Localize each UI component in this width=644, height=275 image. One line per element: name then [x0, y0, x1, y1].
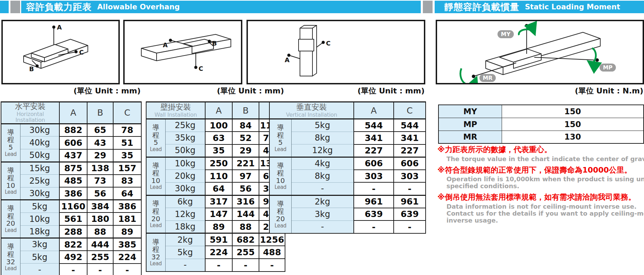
- point-label-c: C: [326, 40, 331, 47]
- table-row: 導程10Lead10kg2502211311: [146, 157, 285, 170]
- horizontal-installation-table: 水平安裝Horizontal InstallationABC導程5Lead30k…: [1, 101, 142, 275]
- weight-cell: 3kg: [291, 208, 354, 221]
- note-en-line: Data information is not for ceiling-moun…: [446, 203, 644, 210]
- weight-cell: 12kg: [165, 208, 205, 221]
- value-cell: 64: [113, 187, 141, 200]
- table-title-cell: 壁掛安裝Wall Installation: [146, 102, 205, 119]
- value-cell: 606: [354, 157, 394, 170]
- table-row: 25kg4857383: [1, 175, 141, 188]
- value-cell: 606: [59, 136, 87, 149]
- value-cell: 544: [394, 119, 426, 132]
- value-cell: 29: [232, 144, 259, 157]
- lead-cell: 導程10Lead: [1, 162, 20, 200]
- value-cell: 384: [87, 200, 113, 213]
- weight-cell: -: [291, 182, 354, 195]
- value-cell: 255: [232, 246, 259, 259]
- lead-cell: 導程32Lead: [1, 238, 20, 275]
- table-title-cell: 水平安裝Horizontal Installation: [1, 102, 59, 124]
- lead-char: 程: [277, 208, 284, 215]
- lead-label: 導程10Lead: [147, 162, 165, 190]
- value-cell: 961: [394, 195, 426, 208]
- column-header: B: [232, 102, 259, 119]
- lead-cell: 導程20Lead: [269, 195, 291, 233]
- value-cell: 89: [113, 225, 141, 238]
- wall-installation-diagram: A B C: [123, 20, 242, 84]
- value-cell: 639: [354, 208, 394, 221]
- lead-en: Lead: [150, 147, 162, 152]
- lead-char: 程: [7, 251, 14, 258]
- table-row: 18kg2888889: [1, 225, 141, 238]
- value-cell: 52: [232, 132, 259, 144]
- lead-cell: 導程32Lead: [146, 233, 165, 272]
- lead-char: 程: [7, 174, 14, 182]
- moment-row-value: 150: [502, 118, 644, 131]
- weight-cell: 18kg: [165, 220, 205, 233]
- weight-cell: -: [291, 220, 354, 233]
- table-row: 導程5Lead5kg544544: [269, 119, 426, 132]
- column-header: B: [87, 102, 113, 124]
- lead-char: 導: [277, 162, 284, 170]
- lead-en: Lead: [5, 151, 17, 157]
- unit-label-horizontal: (單位 Unit : mm): [52, 86, 141, 96]
- value-cell: 303: [394, 170, 426, 183]
- column-header: A: [59, 102, 87, 124]
- vertical-installation-diagram: A C: [246, 20, 425, 84]
- value-cell: 386: [59, 187, 87, 200]
- lead-en: Lead: [150, 223, 162, 228]
- lead-en: Lead: [5, 227, 17, 233]
- note-en-line: Contact us for the details if you want t…: [446, 210, 644, 217]
- value-cell: 138: [87, 162, 113, 175]
- table-row: 3kg639639: [269, 208, 426, 221]
- table-row: 導程10Lead15kg875138157: [1, 162, 141, 175]
- point-label-a: A: [163, 41, 168, 49]
- table-row: 導程20Lead2kg961961: [269, 195, 426, 208]
- weight-cell: 30kg: [165, 182, 205, 195]
- lead-char: 程: [152, 208, 159, 215]
- lead-char: 導: [277, 124, 284, 132]
- lead-label: 導程20Lead: [1, 205, 20, 233]
- value-cell: 875: [59, 162, 87, 175]
- note-zh: ※力距表所示的數據，代表重心。: [437, 145, 644, 155]
- value-cell: 88: [232, 220, 259, 233]
- lead-number: 20: [6, 220, 15, 227]
- table-row: 導程32Lead3kg822444385: [1, 238, 141, 251]
- column-header: A: [205, 102, 232, 119]
- spec-table: 水平安裝Horizontal InstallationABC導程5Lead30k…: [1, 101, 142, 275]
- value-cell: -: [354, 182, 394, 195]
- point-label-b: B: [29, 65, 34, 73]
- lead-char: 導: [277, 200, 284, 208]
- weight-cell: 25kg: [20, 175, 59, 188]
- lead-en: Lead: [275, 147, 286, 152]
- weight-cell: 2kg: [165, 233, 205, 246]
- left-section-title-zh: 容許負載力距表: [26, 1, 92, 13]
- lead-cell: 導程5Lead: [146, 119, 165, 157]
- value-cell: -: [205, 259, 232, 272]
- table-row: 導程5Lead25kg100841102: [146, 119, 285, 132]
- value-cell: 180: [87, 212, 113, 225]
- table-title-en: Wall Installation: [147, 112, 205, 118]
- lead-char: 程: [152, 169, 159, 177]
- lead-label: 導程20Lead: [270, 200, 291, 228]
- point-label-a: A: [57, 24, 62, 31]
- value-cell: 35: [113, 149, 141, 162]
- column-header: C: [113, 102, 141, 124]
- unit-label-moment: (單位 Unit : N.m): [555, 86, 643, 96]
- table-row: MP 150: [438, 118, 644, 131]
- point-label-a: A: [285, 56, 290, 64]
- lead-en: Lead: [5, 266, 17, 271]
- weight-cell: 30kg: [20, 187, 59, 200]
- header-accent-square-left: [10, 1, 20, 13]
- note-en-line: inverse usage.: [446, 217, 644, 224]
- lead-en: Lead: [150, 261, 162, 266]
- table-row: ----: [1, 264, 141, 275]
- value-cell: 227: [354, 144, 394, 157]
- value-cell: 88: [87, 225, 113, 238]
- value-cell: 29: [87, 149, 113, 162]
- value-cell: 437: [59, 149, 87, 162]
- table-row: 8kg341341: [269, 132, 426, 144]
- value-cell: -: [354, 220, 394, 233]
- right-section-title-en: Static Loading Moment: [525, 3, 620, 11]
- table-row: 導程20Lead6kg317316955: [146, 195, 285, 208]
- weight-cell: 18kg: [20, 225, 59, 238]
- point-label-b: B: [212, 40, 217, 47]
